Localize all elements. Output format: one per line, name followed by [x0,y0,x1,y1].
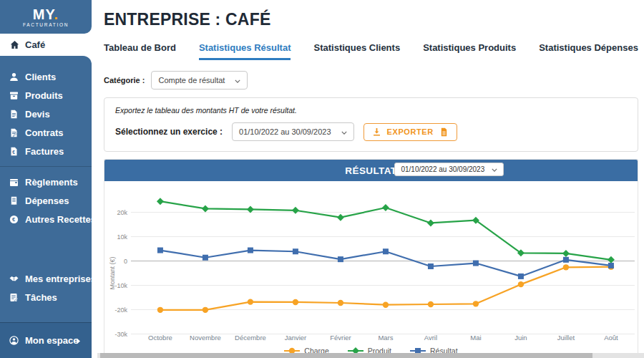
svg-text:Juin: Juin [514,334,527,342]
file-icon [439,127,449,137]
tab-statistiques-produits[interactable]: Statistiques Produits [423,42,516,60]
svg-text:-30k: -30k [114,331,127,338]
svg-text:Août: Août [604,334,618,342]
exercise-label: Sélectionnez un exercice : [115,127,223,137]
handshake-icon [9,274,19,284]
tab-statistiques-clients[interactable]: Statistiques Clients [313,42,400,60]
exercise-select-value: 01/10/2022 au 30/09/2023 [239,127,331,136]
sidebar-item-mes-entreprises[interactable]: Mes entreprises [0,269,92,288]
svg-text:Novembre: Novembre [190,334,221,342]
sidebar-spacer [0,228,92,269]
chevron-down-icon [341,127,347,136]
svg-text:10k: 10k [117,233,127,241]
sidebar-item-label: Mon espace [25,335,78,346]
receipt-icon [9,196,19,205]
document-icon [9,110,19,119]
sidebar-menu: Clients Produits Devis Contrats [0,56,92,322]
chart-period-select[interactable]: 01/10/2022 au 30/09/2023 [394,163,504,176]
sidebar-item-label: Mes entreprises [25,274,96,284]
main-content: ENTREPRISE : CAFÉ Tableau de Bord Statis… [92,0,644,358]
download-icon [372,127,381,137]
contract-icon [9,128,19,137]
sidebar-item-clients[interactable]: Clients [0,67,92,86]
tab-bar: Tableau de Bord Statistiques Résultat St… [104,42,638,60]
svg-text:-20k: -20k [114,306,127,314]
sidebar-item-produits[interactable]: Produits [0,86,92,105]
sidebar-item-label: Règlements [25,177,78,188]
result-chart-card: RÉSULTAT 01/10/2022 au 30/09/2023 20k10k… [104,159,638,358]
tasks-icon [9,293,19,302]
sidebar-item-label: Dépenses [25,195,69,206]
sidebar-item-label: Café [25,39,45,50]
sidebar-item-contrats[interactable]: Contrats [0,123,92,142]
sidebar-item-factures[interactable]: € Factures [0,142,92,160]
sidebar-item-depenses[interactable]: Dépenses [0,191,92,210]
svg-text:-10k: -10k [114,282,127,289]
category-row: Catégorie : Compte de résultat [104,71,638,90]
chart-body: 20k10k0-10k-20k-30kMontant (€)OctobreNov… [104,181,638,358]
export-button[interactable]: EXPORTER [364,123,457,141]
logo-dot: . [54,6,59,22]
user-icon [9,72,19,82]
invoice-icon: € [9,147,19,156]
category-select-value: Compte de résultat [158,76,225,84]
sidebar-item-mon-espace[interactable]: Mon espace [0,322,92,358]
logo-text: MY. [33,7,59,21]
svg-text:Montant (€): Montant (€) [109,256,116,289]
sidebar-bottom-pad [0,306,92,322]
chevron-down-icon [492,165,497,173]
exercise-select[interactable]: 01/10/2022 au 30/09/2023 [232,122,353,141]
sidebar-item-label: Devis [25,109,50,120]
export-panel: Exportez le tableau des montants HT de v… [104,97,638,152]
sidebar-item-reglements[interactable]: Règlements [0,173,92,191]
tab-statistiques-depenses[interactable]: Statistiques Dépenses [539,42,638,60]
app-window: MY. FACTURATION Café Clients Produits [0,0,644,358]
sidebar-item-devis[interactable]: Devis [0,105,92,123]
chart-period-value: 01/10/2022 au 30/09/2023 [401,165,484,173]
svg-text:Février: Février [330,334,351,342]
logo-subtext: FACTURATION [23,22,69,27]
home-icon [10,40,19,49]
sidebar-item-label: Tâches [25,292,57,303]
category-label: Catégorie : [104,76,145,84]
page-title: ENTREPRISE : CAFÉ [104,10,638,29]
sidebar-item-label: Contrats [25,127,63,138]
sidebar-item-label: Produits [25,90,63,101]
chart-title: RÉSULTAT [345,165,396,176]
svg-text:0: 0 [124,258,127,265]
products-icon [9,91,19,100]
chart-header-bar: RÉSULTAT 01/10/2022 au 30/09/2023 [104,160,638,181]
sidebar-item-label: Factures [25,146,64,157]
sidebar-item-cafe[interactable]: Café [0,34,92,56]
export-button-label: EXPORTER [387,127,434,136]
svg-text:Décembre: Décembre [235,334,266,342]
chevron-right-icon [74,337,83,346]
svg-text:€: € [12,150,15,155]
sidebar-item-label: Clients [25,72,56,82]
svg-text:Avril: Avril [424,334,437,342]
horizontal-scrollbar-track[interactable] [97,353,644,358]
svg-text:Mars: Mars [378,334,393,342]
sidebar-item-taches[interactable]: Tâches [0,288,92,306]
svg-text:20k: 20k [117,209,127,216]
sidebar-item-autres-recettes[interactable]: € Autres Recettes [0,210,92,228]
calendar-icon [9,178,19,187]
svg-text:Octobre: Octobre [148,334,172,342]
sidebar-item-label: Autres Recettes [25,214,96,225]
horizontal-scrollbar-thumb[interactable] [100,353,592,358]
export-hint: Exportez le tableau des montants HT de v… [115,106,627,115]
svg-text:Mai: Mai [470,334,481,342]
category-select[interactable]: Compte de résultat [151,71,248,90]
svg-text:Juillet: Juillet [557,334,575,342]
user-circle-icon [9,336,19,345]
chevron-down-icon [235,76,240,84]
svg-text:Janvier: Janvier [285,334,307,342]
tab-statistiques-resultat[interactable]: Statistiques Résultat [199,42,291,60]
tab-tableau-de-bord[interactable]: Tableau de Bord [104,42,176,60]
app-logo: MY. FACTURATION [0,0,92,34]
sidebar: MY. FACTURATION Café Clients Produits [0,0,92,358]
result-line-chart: 20k10k0-10k-20k-30kMontant (€)OctobreNov… [105,183,637,344]
sidebar-divider [0,166,92,167]
coin-icon: € [9,215,19,224]
export-row: Sélectionnez un exercice : 01/10/2022 au… [115,122,627,141]
